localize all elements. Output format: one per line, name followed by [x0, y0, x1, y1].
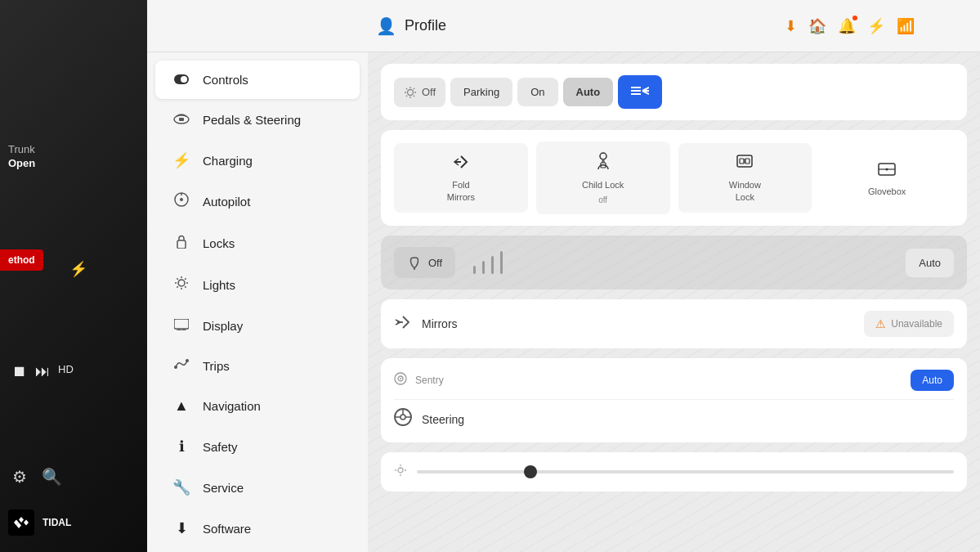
sidebar-item-service[interactable]: 🔧 Service [155, 468, 360, 507]
stop-icon[interactable]: ⏹ [12, 363, 27, 380]
service-label: Service [203, 481, 244, 495]
glovebox-button[interactable]: Glovebox [820, 150, 954, 207]
svg-point-21 [174, 366, 177, 369]
fold-mirrors-label: FoldMirrors [447, 179, 475, 203]
mirrors-section: Mirrors ⚠ Unavailable [381, 299, 967, 348]
sidebar: Controls Pedals & Steering ⚡ Charging [147, 52, 368, 552]
svg-point-8 [178, 280, 185, 286]
svg-line-31 [406, 95, 407, 96]
glovebox-icon [878, 159, 896, 181]
trunk-badge: Trunk Open [8, 143, 35, 171]
sidebar-item-software[interactable]: ⬇ Software [155, 509, 360, 548]
download-icon: ⬇ [785, 17, 797, 35]
sidebar-item-lights[interactable]: Lights [155, 265, 360, 305]
child-lock-label: Child Lock [582, 179, 624, 191]
svg-line-28 [406, 88, 407, 88]
signal-icon: 📶 [897, 17, 915, 35]
media-controls: ⏹ ⏭ HD [12, 363, 74, 380]
sun-off-button[interactable]: Off [394, 78, 445, 107]
charging-icon: ⚡ [172, 151, 191, 169]
auto-button[interactable]: Auto [563, 78, 614, 106]
sidebar-item-trips[interactable]: Trips [155, 347, 360, 385]
navigation-icon: ▲ [172, 397, 191, 415]
notification-dot [852, 16, 857, 20]
mirrors-label: Mirrors [422, 317, 458, 330]
svg-point-38 [600, 153, 606, 159]
locks-icon [172, 234, 191, 253]
safety-label: Safety [203, 440, 238, 454]
bell-icon[interactable]: 🔔 [838, 17, 856, 35]
content: Controls Pedals & Steering ⚡ Charging [147, 52, 980, 552]
window-lock-label: WindowLock [729, 179, 761, 203]
bottom-controls: ⚙ 🔍 [12, 467, 62, 487]
sentry-icon [394, 372, 407, 388]
software-label: Software [203, 522, 251, 536]
lights-icon [172, 276, 191, 294]
sidebar-item-display[interactable]: Display [155, 307, 360, 345]
svg-point-5 [180, 198, 183, 201]
slider-handle[interactable] [524, 465, 537, 478]
svg-rect-43 [745, 159, 750, 164]
child-lock-button[interactable]: Child Lock off [536, 141, 670, 214]
steering-icon [394, 408, 412, 431]
safety-icon: ℹ [172, 438, 191, 456]
pedals-icon [172, 111, 191, 128]
wiper-auto-button[interactable]: Auto [906, 249, 954, 277]
window-lock-button[interactable]: WindowLock [678, 143, 812, 213]
wiper-off-label: Off [428, 257, 442, 269]
fold-mirrors-icon [452, 153, 470, 174]
sentry-auto-button[interactable]: Auto [911, 370, 954, 391]
sentry-row: Sentry Auto [394, 370, 954, 400]
controls-icon [172, 71, 191, 88]
brightness-slider[interactable] [417, 470, 954, 473]
mirrors-icon [394, 313, 412, 334]
child-lock-icon [596, 151, 611, 174]
svg-point-22 [186, 359, 189, 362]
sidebar-item-autopilot[interactable]: Autopilot [155, 182, 360, 222]
tidal-label: TIDAL [43, 517, 71, 528]
parking-button[interactable]: Parking [450, 78, 512, 106]
svg-line-14 [185, 286, 186, 287]
wiper-speeds [473, 251, 503, 274]
equalizer-icon[interactable]: ⚙ [12, 467, 27, 487]
svg-line-13 [177, 278, 177, 279]
mirrors-unavailable: ⚠ Unavailable [864, 311, 954, 337]
bluetooth-icon: ⚡ [867, 17, 885, 35]
wiper-off-button[interactable]: Off [394, 247, 455, 278]
on-button[interactable]: On [517, 78, 557, 106]
car-interior: Trunk Open ethod ⚡ ⏹ ⏭ HD ⚙ 🔍 TIDAL [0, 0, 147, 552]
svg-line-16 [177, 286, 177, 287]
skip-icon[interactable]: ⏭ [35, 363, 50, 380]
trunk-label: Trunk [8, 143, 35, 157]
autopilot-icon [172, 192, 191, 211]
svg-rect-7 [177, 240, 186, 249]
bolt-icon: ⚡ [69, 260, 87, 278]
sidebar-item-controls[interactable]: Controls [155, 61, 360, 99]
speed-bar-4 [500, 251, 503, 274]
lights-row: Off Parking On Auto [394, 75, 954, 109]
trips-label: Trips [203, 359, 230, 373]
autopilot-label: Autopilot [203, 195, 250, 209]
profile-header: 👤 Profile [360, 0, 463, 52]
wiper-section: Off Auto [381, 236, 967, 289]
svg-rect-3 [179, 118, 184, 121]
profile-label: Profile [405, 17, 446, 34]
car-icon: 🏠 [808, 17, 826, 35]
sidebar-item-pedals[interactable]: Pedals & Steering [155, 101, 360, 139]
sidebar-item-navigation[interactable]: ▲ Navigation [155, 387, 360, 425]
hd-icon: HD [58, 363, 74, 380]
trips-icon [172, 357, 191, 375]
lights-off-label: Off [422, 86, 436, 98]
steering-section: Sentry Auto Ste [381, 358, 967, 442]
profile-icon: 👤 [376, 16, 396, 36]
sidebar-item-safety[interactable]: ℹ Safety [155, 427, 360, 466]
sidebar-item-charging[interactable]: ⚡ Charging [155, 141, 360, 180]
speed-bar-1 [473, 266, 476, 274]
search-icon[interactable]: 🔍 [42, 467, 62, 487]
svg-rect-41 [740, 159, 744, 164]
sidebar-item-locks[interactable]: Locks [155, 223, 360, 263]
high-beam-button[interactable] [618, 75, 662, 109]
controls-grid: FoldMirrors Child Lock [394, 141, 954, 214]
fold-mirrors-button[interactable]: FoldMirrors [394, 143, 528, 213]
tidal-section: TIDAL [8, 509, 71, 536]
